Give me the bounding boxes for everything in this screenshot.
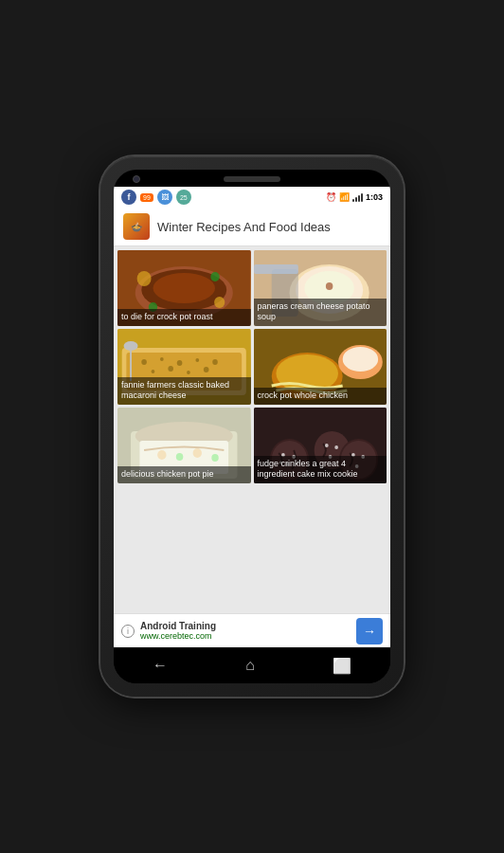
extra-icon: 25 bbox=[176, 190, 191, 205]
earpiece-speaker bbox=[224, 176, 280, 182]
ad-arrow-button[interactable]: → bbox=[356, 618, 383, 644]
phone-sensors bbox=[123, 175, 140, 183]
phone-device: f 99 🖼 25 ⏰ 📶 1:03 bbox=[100, 156, 404, 697]
svg-point-12 bbox=[325, 282, 332, 290]
phone-screen: f 99 🖼 25 ⏰ 📶 1:03 bbox=[114, 170, 390, 683]
time-display: 1:03 bbox=[366, 192, 383, 202]
svg-point-18 bbox=[141, 359, 147, 365]
app-toolbar: 🍲 Winter Recipes And Food Ideas bbox=[114, 208, 390, 246]
recipe-card-mac-cheese[interactable]: fannie farmers classic baked macaroni ch… bbox=[117, 329, 251, 405]
svg-point-23 bbox=[152, 370, 155, 373]
svg-point-5 bbox=[214, 297, 225, 308]
svg-point-52 bbox=[334, 445, 338, 449]
recipe-grid: to die for crock pot roast bbox=[117, 250, 387, 483]
svg-rect-14 bbox=[254, 264, 298, 274]
wifi-icon: 📶 bbox=[339, 192, 350, 202]
ad-info-icon: i bbox=[121, 625, 135, 638]
recipe-label-cream-cheese-soup: paneras cream cheese potato soup bbox=[254, 299, 387, 326]
svg-point-4 bbox=[137, 271, 152, 286]
svg-point-7 bbox=[210, 272, 219, 281]
recipe-card-fudge-crinkles[interactable]: fudge crinkles a great 4 ingredient cake… bbox=[254, 408, 387, 483]
alarm-icon: ⏰ bbox=[326, 192, 336, 202]
svg-point-24 bbox=[168, 366, 173, 372]
recipe-card-cream-cheese-soup[interactable]: paneras cream cheese potato soup bbox=[254, 250, 387, 326]
svg-point-21 bbox=[195, 358, 199, 362]
notification-badge: 99 bbox=[140, 193, 153, 202]
svg-point-22 bbox=[212, 359, 218, 365]
status-left-icons: f 99 🖼 25 bbox=[121, 190, 191, 205]
home-button[interactable] bbox=[245, 657, 255, 674]
svg-point-25 bbox=[187, 371, 190, 374]
ad-banner[interactable]: i Android Training www.cerebtec.com → bbox=[114, 613, 390, 647]
front-camera bbox=[133, 175, 140, 183]
recipe-label-fudge-crinkles: fudge crinkles a great 4 ingredient cake… bbox=[254, 456, 387, 483]
image-icon: 🖼 bbox=[157, 190, 172, 205]
recipe-label-crock-pot-roast: to die for crock pot roast bbox=[117, 309, 251, 326]
status-bar: f 99 🖼 25 ⏰ 📶 1:03 bbox=[114, 187, 390, 208]
svg-point-3 bbox=[153, 273, 215, 303]
svg-point-38 bbox=[157, 450, 166, 460]
recipe-label-whole-chicken: crock pot whole chicken bbox=[254, 388, 387, 405]
svg-point-19 bbox=[160, 357, 164, 361]
navigation-bar bbox=[114, 647, 390, 683]
ad-text-block: Android Training www.cerebtec.com bbox=[140, 621, 351, 641]
recipe-grid-container[interactable]: to die for crock pot roast bbox=[114, 246, 390, 613]
status-right-info: ⏰ 📶 1:03 bbox=[326, 192, 383, 202]
back-button[interactable] bbox=[153, 657, 168, 674]
signal-bar-1 bbox=[352, 199, 354, 202]
signal-bar-4 bbox=[361, 193, 363, 202]
facebook-icon: f bbox=[121, 190, 136, 205]
signal-bar-3 bbox=[358, 195, 360, 202]
svg-point-39 bbox=[176, 453, 183, 461]
svg-point-20 bbox=[177, 360, 183, 366]
ad-url: www.cerebtec.com bbox=[140, 631, 351, 641]
ad-title: Android Training bbox=[140, 621, 351, 631]
recents-button[interactable] bbox=[333, 657, 351, 675]
recipe-label-mac-cheese: fannie farmers classic baked macaroni ch… bbox=[117, 377, 251, 405]
svg-point-51 bbox=[324, 444, 328, 447]
recipe-label-chicken-pot-pie: delicious chicken pot pie bbox=[117, 466, 251, 483]
svg-point-40 bbox=[193, 448, 202, 458]
recipe-card-whole-chicken[interactable]: crock pot whole chicken bbox=[254, 329, 387, 405]
signal-bar-2 bbox=[355, 197, 357, 202]
phone-top-bar bbox=[114, 170, 390, 187]
svg-point-33 bbox=[342, 347, 377, 372]
svg-point-41 bbox=[211, 454, 218, 462]
app-screen: f 99 🖼 25 ⏰ 📶 1:03 bbox=[114, 187, 390, 647]
svg-point-26 bbox=[204, 367, 209, 372]
recipe-card-chicken-pot-pie[interactable]: delicious chicken pot pie bbox=[117, 408, 251, 483]
recipe-card-crock-pot-roast[interactable]: to die for crock pot roast bbox=[117, 250, 251, 326]
app-icon: 🍲 bbox=[123, 213, 150, 240]
svg-point-27 bbox=[124, 341, 138, 351]
app-title: Winter Recipes And Food Ideas bbox=[157, 220, 331, 234]
signal-bars bbox=[352, 192, 363, 202]
